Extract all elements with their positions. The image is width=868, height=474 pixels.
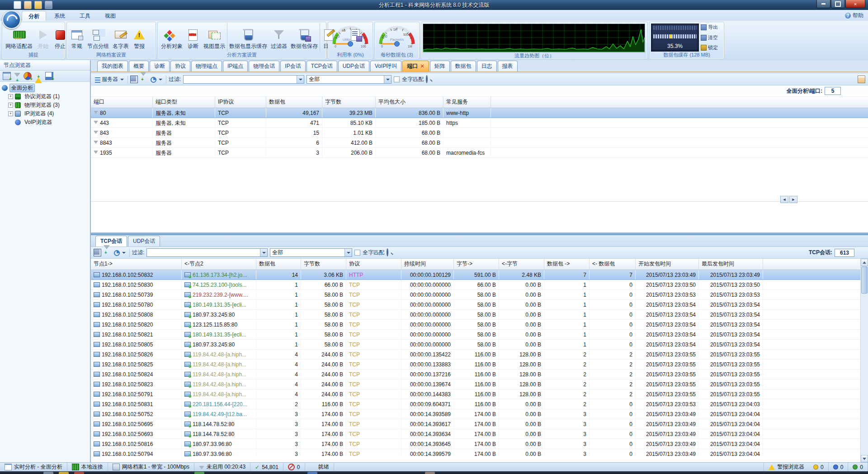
column-header[interactable]: 节点1-> <box>91 259 182 270</box>
session-table-row[interactable]: 192.168.0.102:50808 180.97.33.245:80 1 5… <box>91 310 868 320</box>
scrollbar-thumb[interactable] <box>861 266 868 294</box>
session-table-row[interactable]: 192.168.0.102:50739 219.232.239.2-[www..… <box>91 290 868 300</box>
session-table-row[interactable]: 192.168.0.102:50823 119.84.42.48-[a.hiph… <box>91 379 868 389</box>
column-header[interactable]: 端口 <box>91 97 153 108</box>
search-icon[interactable] <box>426 75 428 83</box>
view-tab[interactable]: IP端点 ✕ <box>223 61 248 71</box>
close-button[interactable]: × <box>845 0 865 8</box>
session-table-row[interactable]: 192.168.0.102:50826 119.84.42.48-[a.hiph… <box>91 350 868 360</box>
close-tab-icon[interactable]: ✕ <box>420 63 424 69</box>
add-filter-icon[interactable] <box>14 73 20 81</box>
column-header[interactable]: 平均包大小 <box>376 97 443 108</box>
search-icon[interactable] <box>387 248 388 256</box>
minimize-button[interactable] <box>816 0 830 8</box>
port-table-row[interactable]: 80 服务器, 未知 TCP 49,167 39.23 MB 836.00 B … <box>91 108 868 118</box>
ribbon-button[interactable]: 数据包保存 <box>289 23 320 52</box>
view-tab[interactable]: 物理会话 ✕ <box>249 61 279 71</box>
combo-arrow-icon[interactable] <box>344 249 352 256</box>
ribbon-button[interactable]: 开始 <box>34 23 52 52</box>
view-tab[interactable]: TCP会话 ✕ <box>307 61 337 71</box>
scroll-down-button[interactable] <box>861 455 868 462</box>
alarm-browser[interactable]: 警报浏览器 <box>764 463 809 471</box>
menu-tab[interactable]: 分析 <box>22 11 46 22</box>
session-table-row[interactable]: 192.168.0.102:50830 74.125.23.100-[tools… <box>91 280 868 290</box>
panel-layout-icon[interactable] <box>858 76 865 83</box>
session-table-row[interactable]: 192.168.0.102:50794 180.97.33.96:80 3 17… <box>91 449 868 456</box>
column-header[interactable]: <-字节 <box>499 259 544 270</box>
view-tab[interactable]: 物理端点 ✕ <box>191 61 222 71</box>
menu-tab[interactable]: 视图 <box>99 11 122 22</box>
export-table-icon[interactable] <box>94 249 101 256</box>
view-tab[interactable]: 端口 ✕ <box>402 61 429 71</box>
scroll-up-button[interactable] <box>861 259 868 266</box>
ribbon-button[interactable]: 分析对象 <box>159 23 184 52</box>
expand-icon[interactable]: + <box>8 111 13 116</box>
view-tab[interactable]: 矩阵 ✕ <box>430 61 450 71</box>
view-tab[interactable]: 我的图表 ✕ <box>97 61 128 71</box>
column-header[interactable]: 数据包 <box>266 97 322 108</box>
session-table-row[interactable]: 192.168.0.102:50791 119.84.42.48-[a.hiph… <box>91 389 868 399</box>
tree-item[interactable]: 全面分析 <box>2 84 90 92</box>
session-tab[interactable]: UDP会话 <box>128 236 160 246</box>
taskbar-item[interactable] <box>43 472 53 474</box>
combo-arrow-icon[interactable] <box>260 249 267 256</box>
app-logo-icon[interactable] <box>2 10 21 29</box>
vertical-scrollbar[interactable] <box>860 259 868 462</box>
maximize-button[interactable] <box>831 0 845 8</box>
export-table-icon[interactable] <box>130 76 138 83</box>
filter-input[interactable] <box>183 75 304 84</box>
session-table-row[interactable]: 192.168.0.102:50820 123.125.115.85:80 1 … <box>91 320 868 330</box>
column-header[interactable]: 协议 <box>346 259 401 270</box>
scroll-right-button[interactable]: ► <box>789 196 797 203</box>
view-tab[interactable]: IP会话 ✕ <box>280 61 305 71</box>
filter-icon[interactable] <box>140 72 146 82</box>
column-header[interactable]: 字节数 <box>301 259 346 270</box>
ribbon-button[interactable]: 名字表 <box>111 23 131 52</box>
column-header[interactable]: 字节-> <box>454 259 499 270</box>
help-button[interactable]: ? 帮助 <box>845 12 863 19</box>
combo-arrow-icon[interactable] <box>297 76 304 83</box>
session-tab[interactable]: TCP会话 <box>95 236 127 246</box>
session-table-row[interactable]: 192.168.0.102:50752 119.84.42.49-[t12.ba… <box>91 409 868 419</box>
ribbon-button[interactable]: 视图显示 <box>202 23 227 52</box>
session-table-row[interactable]: 192.168.0.102:50824 119.84.42.48-[a.hiph… <box>91 370 868 379</box>
ribbon-button[interactable]: 过滤器 <box>269 23 289 52</box>
column-header[interactable]: <-节点2 <box>182 259 256 270</box>
filter-scope-select[interactable]: 全部 <box>270 248 352 257</box>
ribbon-button[interactable]: 节点分组 <box>85 23 111 52</box>
port-table-row[interactable]: 8843 服务器 TCP 6 412.00 B 68.00 B <box>91 138 868 148</box>
port-table-row[interactable]: 843 服务器 TCP 15 1.01 KB 68.00 B <box>91 128 868 138</box>
port-table-row[interactable]: 443 服务器, 未知 TCP 471 85.10 KB 185.00 B ht… <box>91 118 868 128</box>
tree-item[interactable]: + 协议浏览器 (1) <box>2 92 90 101</box>
tree-item[interactable]: + IP浏览器 (4) <box>2 109 90 118</box>
session-table-row[interactable]: 192.168.0.102:50825 119.84.42.48-[a.hiph… <box>91 360 868 370</box>
expand-icon[interactable]: + <box>8 103 13 108</box>
add-alarm-icon[interactable] <box>35 70 42 83</box>
buffer-button[interactable]: 导出 <box>701 24 718 31</box>
column-header[interactable]: 数据包 -> <box>544 259 590 270</box>
view-tab[interactable]: UDP会话 ✕ <box>338 61 369 71</box>
filter-icon[interactable] <box>104 245 110 256</box>
view-tab[interactable]: 协议 ✕ <box>170 61 190 71</box>
ribbon-button[interactable]: 数据包显示缓存 <box>227 23 269 52</box>
server-mode-dropdown[interactable]: 服务器 <box>94 75 125 84</box>
add-report-icon[interactable] <box>45 72 53 80</box>
session-table-row[interactable]: 192.168.0.102:50831 220.181.156.44-[220.… <box>91 399 868 409</box>
tree-item[interactable]: + 物理浏览器 (3) <box>2 101 90 109</box>
menu-tab[interactable]: 工具 <box>73 11 97 22</box>
view-tab[interactable]: 日志 ✕ <box>477 61 497 71</box>
view-tab[interactable]: 数据包 ✕ <box>451 61 476 71</box>
filter-input[interactable] <box>146 248 268 257</box>
column-header[interactable]: 数据包 <box>256 259 301 270</box>
view-tab[interactable]: 诊断 ✕ <box>150 61 170 71</box>
scroll-left-button[interactable]: ◄ <box>780 196 788 203</box>
ribbon-button[interactable]: 常规 <box>68 23 85 52</box>
view-tab[interactable]: 报表 ✕ <box>498 61 518 71</box>
menu-tab[interactable]: 系统 <box>48 11 71 22</box>
column-header[interactable]: 开始发包时间 <box>636 259 699 270</box>
taskbar-item[interactable] <box>307 472 317 474</box>
port-table-row[interactable]: 1935 服务器 TCP 3 206.00 B 68.00 B macromed… <box>91 148 868 158</box>
add-table-icon[interactable] <box>3 72 11 80</box>
add-pie-chart-icon[interactable] <box>24 72 32 80</box>
session-table-row[interactable]: 192.168.0.102:50832 61.136.173.34-[h2.jo… <box>91 270 868 280</box>
